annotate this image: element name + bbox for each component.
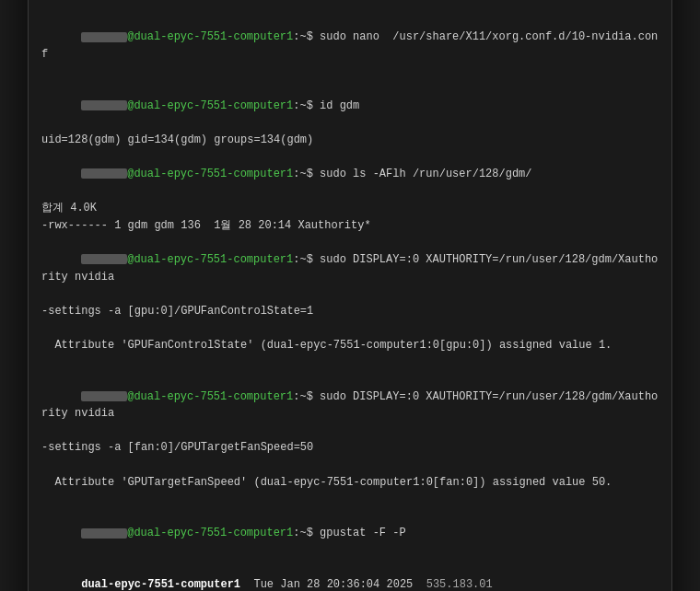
terminal-line: 합계 4.0K	[41, 200, 659, 217]
terminal-line: @dual-epyc-7551-computer1:~$ sudo DISPLA…	[41, 234, 659, 302]
username-blur	[81, 32, 127, 42]
username-blur	[81, 254, 127, 264]
terminal-line: Attribute 'GPUTargetFanSpeed' (dual-epyc…	[41, 474, 659, 492]
terminal-window: @dual-epyc-7551-computer1: ~ ⌥⌘3 @dual-e…	[28, 0, 672, 591]
terminal-line: -settings -a [fan:0]/GPUTargetFanSpeed=5…	[41, 439, 659, 457]
terminal-line: @dual-epyc-7551-computer1:~$ sudo DISPLA…	[41, 371, 659, 439]
terminal-line	[41, 457, 659, 474]
terminal-line: -settings -a [gpu:0]/GPUFanControlState=…	[41, 303, 659, 320]
username-blur	[81, 100, 127, 110]
username-blur	[81, 391, 127, 401]
username-blur	[81, 528, 127, 539]
terminal-line: -rwx------ 1 gdm gdm 136 1월 28 20:14 Xau…	[41, 217, 659, 235]
username-blur	[81, 168, 127, 179]
gpustat-header: dual-epyc-7551-computer1 Tue Jan 28 20:3…	[41, 560, 659, 591]
terminal-line	[41, 0, 659, 12]
terminal-line	[41, 319, 659, 337]
terminal-line: uid=128(gdm) gid=134(gdm) groups=134(gdm…	[41, 132, 659, 149]
terminal-line: @dual-epyc-7551-computer1:~$ sudo nano /…	[41, 12, 659, 80]
terminal-line	[41, 353, 659, 371]
terminal-line: @dual-epyc-7551-computer1:~$ id gdm	[41, 80, 659, 132]
terminal-line: @dual-epyc-7551-computer1:~$ sudo ls -AF…	[41, 148, 659, 200]
terminal-body[interactable]: @dual-epyc-7551-computer1:~$ sudo nvidia…	[29, 0, 671, 591]
terminal-line: Attribute 'GPUFanControlState' (dual-epy…	[41, 337, 659, 354]
terminal-line	[41, 491, 659, 508]
terminal-line: @dual-epyc-7551-computer1:~$ gpustat -F …	[41, 508, 659, 560]
